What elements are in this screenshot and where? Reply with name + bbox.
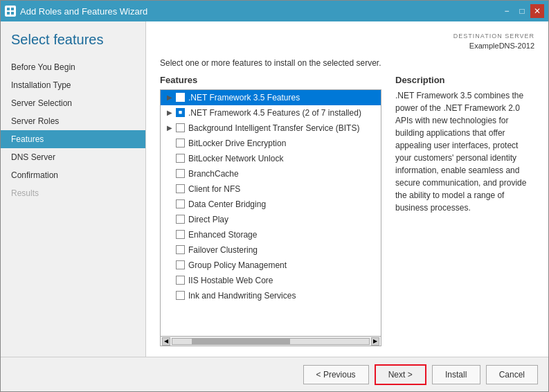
feature-ink-handwriting[interactable]: Ink and Handwriting Services — [161, 288, 381, 303]
footer: < Previous Next > Install Cancel — [1, 357, 548, 391]
expand-icon-net35[interactable]: ▶ — [165, 93, 174, 103]
checkbox-failover-clustering[interactable] — [176, 245, 185, 254]
app-icon — [5, 6, 16, 17]
minimize-button[interactable]: − — [500, 4, 514, 18]
checkbox-client-nfs[interactable] — [176, 184, 185, 193]
feature-label-iis-hostable: IIS Hostable Web Core — [188, 276, 273, 285]
svg-rect-0 — [7, 8, 10, 10]
features-header: Features — [160, 75, 381, 85]
sidebar-item-dns-server[interactable]: DNS Server — [1, 148, 145, 166]
feature-bits[interactable]: ▶ Background Intelligent Transfer Servic… — [161, 121, 381, 136]
cancel-button[interactable]: Cancel — [486, 365, 538, 384]
feature-dcb[interactable]: Data Center Bridging — [161, 197, 381, 212]
sidebar-item-server-selection[interactable]: Server Selection — [1, 94, 145, 112]
features-list-container: ▶ .NET Framework 3.5 Features ▶ ■ .NET — [160, 89, 381, 346]
maximize-button[interactable]: □ — [515, 4, 529, 18]
checkbox-net35[interactable] — [176, 93, 185, 102]
feature-iis-hostable[interactable]: IIS Hostable Web Core — [161, 273, 381, 288]
install-button[interactable]: Install — [432, 365, 480, 384]
checkbox-branchcache[interactable] — [176, 169, 185, 178]
sidebar-item-results: Results — [1, 184, 145, 202]
feature-label-bitlocker-network: BitLocker Network Unlock — [188, 154, 283, 163]
next-button[interactable]: Next > — [375, 364, 426, 385]
scroll-left-btn[interactable]: ◀ — [162, 337, 170, 346]
scroll-track-h[interactable] — [172, 338, 370, 345]
sidebar-item-confirmation[interactable]: Confirmation — [1, 166, 145, 184]
feature-directplay[interactable]: Direct Play — [161, 212, 381, 227]
feature-branchcache[interactable]: BranchCache — [161, 166, 381, 181]
titlebar-left: Add Roles and Features Wizard — [5, 6, 147, 17]
sidebar-header: Select features — [1, 32, 145, 58]
checkbox-group-policy[interactable] — [176, 260, 185, 269]
content-area: Select features Before You Begin Install… — [1, 21, 548, 357]
sidebar-item-features[interactable]: Features — [1, 130, 145, 148]
description-header: Description — [395, 75, 534, 85]
description-text: .NET Framework 3.5 combines the power of… — [395, 89, 534, 214]
instruction-text: Select one or more features to install o… — [160, 58, 534, 68]
checkbox-bitlocker-drive[interactable] — [176, 139, 185, 148]
checkbox-iis-hostable[interactable] — [176, 276, 185, 285]
destination-server-label: DESTINATION SERVER — [160, 32, 534, 41]
feature-net45[interactable]: ▶ ■ .NET Framework 4.5 Features (2 of 7 … — [161, 105, 381, 121]
destination-server-name: ExampleDNS-2012 — [160, 41, 534, 51]
main-content: DESTINATION SERVER ExampleDNS-2012 Selec… — [146, 21, 548, 357]
titlebar: Add Roles and Features Wizard − □ ✕ — [1, 1, 548, 21]
feature-group-policy[interactable]: Group Policy Management — [161, 258, 381, 273]
feature-bitlocker-network[interactable]: BitLocker Network Unlock — [161, 151, 381, 166]
checkbox-directplay[interactable] — [176, 215, 185, 224]
sidebar: Select features Before You Begin Install… — [1, 21, 146, 357]
feature-label-failover-clustering: Failover Clustering — [188, 245, 258, 255]
feature-label-client-nfs: Client for NFS — [188, 184, 240, 194]
scroll-right-btn[interactable]: ▶ — [371, 337, 379, 346]
horizontal-scrollbar[interactable]: ◀ ▶ — [161, 336, 381, 346]
feature-client-nfs[interactable]: Client for NFS — [161, 181, 381, 197]
feature-net35[interactable]: ▶ .NET Framework 3.5 Features — [161, 90, 381, 105]
feature-label-dcb: Data Center Bridging — [188, 199, 266, 209]
feature-label-enhanced-storage: Enhanced Storage — [188, 230, 257, 240]
previous-button[interactable]: < Previous — [303, 365, 369, 384]
feature-label-branchcache: BranchCache — [188, 169, 239, 179]
expand-icon-bits[interactable]: ▶ — [165, 123, 174, 133]
features-list[interactable]: ▶ .NET Framework 3.5 Features ▶ ■ .NET — [161, 90, 381, 336]
expand-icon-net45[interactable]: ▶ — [165, 108, 174, 118]
window-title: Add Roles and Features Wizard — [20, 6, 147, 17]
checkbox-enhanced-storage[interactable] — [176, 230, 185, 239]
checkbox-bitlocker-network[interactable] — [176, 154, 185, 163]
feature-label-ink-handwriting: Ink and Handwriting Services — [188, 291, 296, 301]
sidebar-item-before-you-begin[interactable]: Before You Begin — [1, 58, 145, 76]
checkbox-ink-handwriting[interactable] — [176, 291, 185, 300]
feature-label-net35: .NET Framework 3.5 Features — [188, 93, 300, 103]
feature-label-group-policy: Group Policy Management — [188, 260, 287, 270]
feature-label-directplay: Direct Play — [188, 215, 228, 224]
sidebar-item-installation-type[interactable]: Installation Type — [1, 76, 145, 94]
feature-failover-clustering[interactable]: Failover Clustering — [161, 242, 381, 258]
feature-label-net45: .NET Framework 4.5 Features (2 of 7 inst… — [188, 108, 361, 118]
svg-rect-1 — [11, 8, 14, 10]
window-controls: − □ ✕ — [500, 4, 544, 18]
features-column: Features ▶ .NET Framework 3.5 Features — [160, 75, 381, 346]
feature-bitlocker-drive[interactable]: BitLocker Drive Encryption — [161, 136, 381, 151]
sidebar-item-server-roles[interactable]: Server Roles — [1, 112, 145, 130]
checkbox-bits[interactable] — [176, 123, 185, 132]
feature-label-bits: Background Intelligent Transfer Service … — [188, 123, 359, 133]
close-button[interactable]: ✕ — [530, 4, 544, 18]
svg-rect-2 — [7, 12, 10, 15]
feature-label-bitlocker-drive: BitLocker Drive Encryption — [188, 139, 286, 148]
feature-enhanced-storage[interactable]: Enhanced Storage — [161, 227, 381, 242]
scroll-thumb-h — [192, 339, 290, 344]
checkbox-net45[interactable]: ■ — [176, 108, 185, 117]
checkbox-dcb[interactable] — [176, 199, 185, 208]
description-column: Description .NET Framework 3.5 combines … — [395, 75, 534, 346]
destination-server-info: DESTINATION SERVER ExampleDNS-2012 — [160, 32, 534, 51]
main-columns: Features ▶ .NET Framework 3.5 Features — [160, 75, 534, 346]
svg-rect-3 — [11, 12, 14, 15]
main-window: Add Roles and Features Wizard − □ ✕ Sele… — [0, 0, 549, 392]
